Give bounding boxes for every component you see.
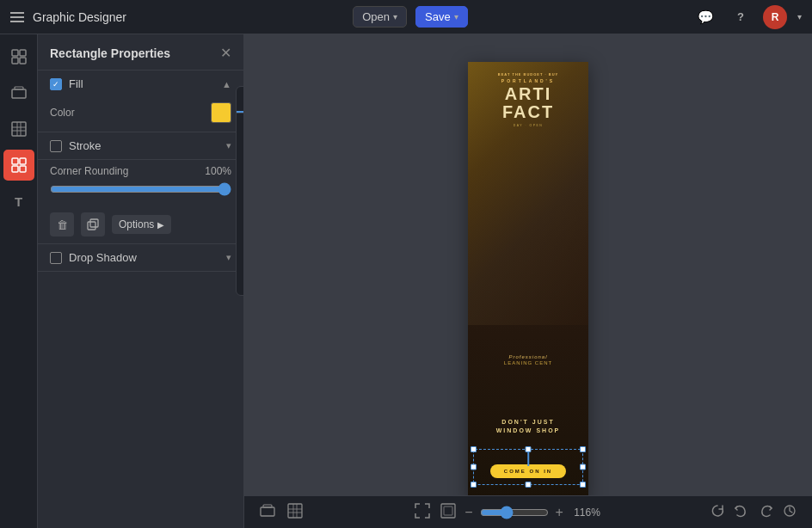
poster-cta-button[interactable]: COME ON IN: [490, 464, 566, 478]
poster-middle-section: Professional LEANING CENT: [504, 354, 552, 366]
layers-toggle-button[interactable]: [258, 501, 277, 523]
stroke-chevron-icon: ▾: [226, 140, 231, 151]
bottom-bar: − + 116%: [244, 495, 812, 528]
poster-open-text: DAY · OPEN: [514, 124, 544, 127]
zoom-slider-wrap: [480, 506, 549, 519]
hamburger-menu-icon[interactable]: [10, 12, 24, 22]
drop-shadow-section: Drop Shadow ▾: [38, 244, 243, 272]
sidebar-item-elements[interactable]: [3, 150, 34, 181]
poster-dont-just-text: DON'T JUSTWINDOW SHOP: [496, 418, 561, 435]
tab-picker[interactable]: Picker: [237, 87, 244, 113]
fit-view-button[interactable]: [413, 501, 432, 523]
redo-button[interactable]: [757, 502, 774, 522]
undo-button[interactable]: [733, 502, 750, 522]
sidebar: T: [0, 34, 38, 528]
save-button[interactable]: Save ▾: [415, 6, 468, 28]
poster-professional-text: Professional: [504, 354, 552, 360]
reset-button[interactable]: [709, 502, 726, 522]
svg-rect-18: [263, 505, 272, 507]
grid-toggle-button[interactable]: [286, 501, 304, 523]
selection-connector-line: [527, 452, 529, 466]
help-icon[interactable]: ?: [729, 5, 753, 29]
svg-rect-11: [12, 158, 18, 164]
drop-shadow-header[interactable]: Drop Shadow ▾: [38, 244, 243, 271]
corner-rounding-row: Corner Rounding 100%: [38, 160, 243, 182]
topbar-right: 💬 ? R ▾: [694, 5, 802, 29]
resize-canvas-button[interactable]: [439, 501, 458, 523]
options-button[interactable]: Options ▶: [112, 215, 171, 234]
fill-section: Fill ▲ Color: [38, 71, 243, 132]
delete-button[interactable]: 🗑: [50, 212, 74, 236]
color-picker-popup: Picker Library ✏ ⊞ ＋: [236, 86, 244, 296]
color-swatch[interactable]: [211, 102, 231, 123]
fill-label: Fill: [69, 77, 83, 90]
zoom-in-button[interactable]: +: [556, 505, 563, 520]
properties-panel: Rectangle Properties ✕ Fill ▲ Color: [38, 34, 244, 528]
drop-shadow-checkbox[interactable]: [50, 252, 62, 264]
panel-header: Rectangle Properties ✕: [38, 34, 243, 71]
cta-container: COME ON IN: [468, 464, 588, 478]
options-chevron-icon: ▶: [157, 220, 164, 230]
canvas-inner: BEAT THE BUDGET · BUY PORTLAND'S ARTIFAC…: [468, 62, 588, 500]
canvas-area[interactable]: BEAT THE BUDGET · BUY PORTLAND'S ARTIFAC…: [244, 34, 812, 528]
topbar-left: Graphic Designer: [10, 10, 126, 24]
open-button[interactable]: Open ▾: [353, 6, 407, 28]
sidebar-item-shapes[interactable]: [3, 41, 34, 72]
sidebar-item-grid[interactable]: [3, 114, 34, 144]
history-button[interactable]: [781, 502, 798, 522]
svg-rect-14: [20, 166, 26, 172]
zoom-value: 116%: [570, 507, 600, 519]
svg-rect-13: [12, 166, 18, 172]
stroke-checkbox[interactable]: [50, 140, 62, 152]
svg-rect-25: [444, 507, 452, 515]
bottom-right: [709, 502, 798, 522]
avatar[interactable]: R: [763, 5, 787, 29]
poster-top-text: BEAT THE BUDGET · BUY: [498, 72, 558, 77]
hex-row: ✏ ⊞ ＋: [237, 114, 244, 143]
fill-checkbox[interactable]: [50, 78, 62, 90]
zoom-out-button[interactable]: −: [464, 505, 472, 520]
poster-cleaning-text: LEANING CENT: [504, 360, 552, 366]
corner-rounding-slider-wrap: [38, 182, 243, 207]
sidebar-item-layers[interactable]: [3, 77, 34, 108]
poster-dont-just-section: DON'T JUSTWINDOW SHOP: [496, 418, 561, 435]
recent-colors-section: Recent Colors: [237, 248, 244, 295]
color-label: Color: [50, 107, 75, 119]
drop-shadow-chevron-icon: ▾: [226, 252, 231, 263]
svg-rect-16: [90, 219, 98, 227]
topbar: Graphic Designer Open ▾ Save ▾ 💬 ? R ▾: [0, 0, 812, 34]
svg-rect-24: [441, 504, 455, 518]
picker-tabs: Picker Library: [237, 87, 244, 114]
svg-rect-5: [15, 87, 23, 89]
stroke-section-header[interactable]: Stroke ▾: [38, 132, 243, 159]
svg-rect-6: [12, 122, 26, 136]
close-panel-button[interactable]: ✕: [220, 45, 231, 61]
zoom-slider[interactable]: [480, 506, 549, 519]
corner-rounding-section: Corner Rounding 100% 🗑 Options ▶: [38, 160, 243, 244]
corner-rounding-value: 100%: [205, 165, 231, 177]
panel-title: Rectangle Properties: [50, 46, 170, 60]
main-layout: T Rectangle Properties ✕ Fill ▲ Color: [0, 34, 812, 528]
corner-rounding-label: Corner Rounding: [50, 165, 128, 177]
svg-rect-2: [12, 58, 18, 64]
poster-big-text: ARTIFACT: [502, 85, 554, 121]
poster-content: BEAT THE BUDGET · BUY PORTLAND'S ARTIFAC…: [468, 62, 588, 500]
fill-section-header[interactable]: Fill ▲: [38, 71, 243, 97]
drop-shadow-label: Drop Shadow: [69, 251, 137, 264]
svg-rect-19: [288, 504, 302, 518]
chat-icon[interactable]: 💬: [694, 5, 718, 29]
svg-rect-12: [20, 158, 26, 164]
duplicate-button[interactable]: [81, 212, 105, 236]
topbar-center: Open ▾ Save ▾: [353, 6, 467, 28]
alpha-row: 100: [237, 230, 244, 248]
sidebar-item-text[interactable]: T: [3, 186, 34, 217]
stroke-section: Stroke ▾: [38, 132, 243, 160]
bottom-center: − + 116%: [413, 501, 600, 523]
app-title: Graphic Designer: [33, 10, 126, 24]
poster: BEAT THE BUDGET · BUY PORTLAND'S ARTIFAC…: [468, 62, 588, 500]
svg-rect-15: [88, 222, 95, 230]
svg-rect-3: [20, 58, 26, 64]
open-chevron-icon: ▾: [393, 12, 397, 21]
account-chevron-icon[interactable]: ▾: [797, 12, 802, 21]
corner-rounding-slider[interactable]: [50, 182, 231, 196]
